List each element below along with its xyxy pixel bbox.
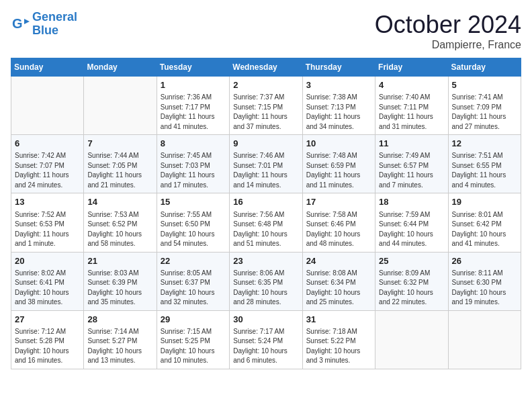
day-info: Sunrise: 7:15 AM Sunset: 5:25 PM Dayligh… bbox=[161, 327, 226, 366]
calendar-cell: 7Sunrise: 7:44 AM Sunset: 7:05 PM Daylig… bbox=[84, 135, 157, 193]
day-number: 2 bbox=[233, 79, 298, 91]
calendar-cell: 11Sunrise: 7:49 AM Sunset: 6:57 PM Dayli… bbox=[375, 135, 448, 193]
header-friday: Friday bbox=[375, 58, 448, 77]
day-info: Sunrise: 7:44 AM Sunset: 7:05 PM Dayligh… bbox=[87, 151, 152, 190]
calendar-cell: 17Sunrise: 7:58 AM Sunset: 6:46 PM Dayli… bbox=[302, 193, 375, 252]
day-info: Sunrise: 8:05 AM Sunset: 6:37 PM Dayligh… bbox=[161, 269, 226, 308]
day-info: Sunrise: 8:06 AM Sunset: 6:35 PM Dayligh… bbox=[233, 269, 298, 308]
header-wednesday: Wednesday bbox=[230, 58, 302, 77]
calendar-cell: 21Sunrise: 8:03 AM Sunset: 6:39 PM Dayli… bbox=[84, 252, 157, 310]
calendar-cell: 25Sunrise: 8:09 AM Sunset: 6:32 PM Dayli… bbox=[375, 252, 448, 310]
day-number: 7 bbox=[87, 138, 152, 150]
calendar-cell: 9Sunrise: 7:46 AM Sunset: 7:01 PM Daylig… bbox=[230, 135, 302, 193]
day-number: 30 bbox=[233, 314, 298, 326]
calendar-cell: 16Sunrise: 7:56 AM Sunset: 6:48 PM Dayli… bbox=[230, 193, 302, 252]
day-info: Sunrise: 8:08 AM Sunset: 6:34 PM Dayligh… bbox=[306, 269, 371, 308]
calendar-cell: 1Sunrise: 7:36 AM Sunset: 7:17 PM Daylig… bbox=[157, 77, 229, 135]
day-info: Sunrise: 8:11 AM Sunset: 6:30 PM Dayligh… bbox=[452, 269, 517, 308]
day-info: Sunrise: 7:38 AM Sunset: 7:13 PM Dayligh… bbox=[306, 93, 371, 132]
calendar-cell: 10Sunrise: 7:48 AM Sunset: 6:59 PM Dayli… bbox=[302, 135, 375, 193]
day-info: Sunrise: 7:18 AM Sunset: 5:22 PM Dayligh… bbox=[306, 327, 371, 366]
day-number: 31 bbox=[306, 314, 371, 326]
day-number: 25 bbox=[379, 255, 444, 267]
day-info: Sunrise: 7:48 AM Sunset: 6:59 PM Dayligh… bbox=[306, 151, 371, 190]
header-thursday: Thursday bbox=[302, 58, 375, 77]
day-info: Sunrise: 7:58 AM Sunset: 6:46 PM Dayligh… bbox=[306, 210, 371, 249]
calendar-cell: 14Sunrise: 7:53 AM Sunset: 6:52 PM Dayli… bbox=[84, 193, 157, 252]
day-number: 5 bbox=[452, 79, 517, 91]
day-info: Sunrise: 8:02 AM Sunset: 6:41 PM Dayligh… bbox=[15, 269, 80, 308]
day-number: 1 bbox=[161, 79, 226, 91]
header-sunday: Sunday bbox=[11, 58, 84, 77]
day-info: Sunrise: 7:12 AM Sunset: 5:28 PM Dayligh… bbox=[15, 327, 80, 366]
logo-line2: Blue bbox=[32, 24, 58, 37]
calendar-week-row: 13Sunrise: 7:52 AM Sunset: 6:53 PM Dayli… bbox=[11, 193, 521, 252]
calendar-cell: 8Sunrise: 7:45 AM Sunset: 7:03 PM Daylig… bbox=[157, 135, 229, 193]
svg-text:G: G bbox=[12, 16, 23, 31]
calendar-week-row: 20Sunrise: 8:02 AM Sunset: 6:41 PM Dayli… bbox=[11, 252, 521, 310]
day-info: Sunrise: 7:56 AM Sunset: 6:48 PM Dayligh… bbox=[233, 210, 298, 249]
svg-marker-2 bbox=[24, 19, 30, 24]
calendar-cell: 24Sunrise: 8:08 AM Sunset: 6:34 PM Dayli… bbox=[302, 252, 375, 310]
day-number: 11 bbox=[379, 138, 444, 150]
calendar-cell: 27Sunrise: 7:12 AM Sunset: 5:28 PM Dayli… bbox=[11, 310, 84, 369]
header-tuesday: Tuesday bbox=[157, 58, 229, 77]
day-info: Sunrise: 7:55 AM Sunset: 6:50 PM Dayligh… bbox=[161, 210, 226, 249]
calendar-week-row: 27Sunrise: 7:12 AM Sunset: 5:28 PM Dayli… bbox=[11, 310, 521, 369]
day-info: Sunrise: 7:46 AM Sunset: 7:01 PM Dayligh… bbox=[233, 151, 298, 190]
day-number: 3 bbox=[306, 79, 371, 91]
header-saturday: Saturday bbox=[448, 58, 521, 77]
day-info: Sunrise: 7:17 AM Sunset: 5:24 PM Dayligh… bbox=[233, 327, 298, 366]
calendar-cell: 18Sunrise: 7:59 AM Sunset: 6:44 PM Dayli… bbox=[375, 193, 448, 252]
calendar-header-row: SundayMondayTuesdayWednesdayThursdayFrid… bbox=[11, 58, 521, 77]
day-number: 16 bbox=[233, 196, 298, 208]
calendar-cell bbox=[84, 77, 157, 135]
day-number: 29 bbox=[161, 314, 226, 326]
day-number: 20 bbox=[15, 255, 80, 267]
day-info: Sunrise: 7:41 AM Sunset: 7:09 PM Dayligh… bbox=[452, 93, 517, 132]
day-number: 21 bbox=[87, 255, 152, 267]
calendar-table: SundayMondayTuesdayWednesdayThursdayFrid… bbox=[11, 58, 521, 369]
calendar-cell: 31Sunrise: 7:18 AM Sunset: 5:22 PM Dayli… bbox=[302, 310, 375, 369]
day-number: 23 bbox=[233, 255, 298, 267]
day-number: 9 bbox=[233, 138, 298, 150]
calendar-week-row: 1Sunrise: 7:36 AM Sunset: 7:17 PM Daylig… bbox=[11, 77, 521, 135]
day-info: Sunrise: 8:01 AM Sunset: 6:42 PM Dayligh… bbox=[452, 210, 517, 249]
logo-text: General Blue bbox=[32, 11, 77, 38]
day-number: 22 bbox=[161, 255, 226, 267]
day-info: Sunrise: 7:42 AM Sunset: 7:07 PM Dayligh… bbox=[15, 151, 80, 190]
location-subtitle: Dampierre, France bbox=[375, 39, 521, 51]
calendar-cell: 28Sunrise: 7:14 AM Sunset: 5:27 PM Dayli… bbox=[84, 310, 157, 369]
calendar-cell: 3Sunrise: 7:38 AM Sunset: 7:13 PM Daylig… bbox=[302, 77, 375, 135]
day-info: Sunrise: 7:53 AM Sunset: 6:52 PM Dayligh… bbox=[87, 210, 152, 249]
calendar-week-row: 6Sunrise: 7:42 AM Sunset: 7:07 PM Daylig… bbox=[11, 135, 521, 193]
day-info: Sunrise: 7:37 AM Sunset: 7:15 PM Dayligh… bbox=[233, 93, 298, 132]
calendar-cell bbox=[11, 77, 84, 135]
logo-line1: General bbox=[32, 10, 77, 24]
calendar-cell: 26Sunrise: 8:11 AM Sunset: 6:30 PM Dayli… bbox=[448, 252, 521, 310]
calendar-cell bbox=[448, 310, 521, 369]
day-info: Sunrise: 7:49 AM Sunset: 6:57 PM Dayligh… bbox=[379, 151, 444, 190]
calendar-cell: 2Sunrise: 7:37 AM Sunset: 7:15 PM Daylig… bbox=[230, 77, 302, 135]
calendar-cell: 30Sunrise: 7:17 AM Sunset: 5:24 PM Dayli… bbox=[230, 310, 302, 369]
day-number: 27 bbox=[15, 314, 80, 326]
calendar-cell bbox=[375, 310, 448, 369]
logo: G General Blue bbox=[11, 11, 77, 38]
calendar-cell: 5Sunrise: 7:41 AM Sunset: 7:09 PM Daylig… bbox=[448, 77, 521, 135]
logo-icon: G bbox=[11, 15, 30, 34]
calendar-cell: 4Sunrise: 7:40 AM Sunset: 7:11 PM Daylig… bbox=[375, 77, 448, 135]
day-number: 4 bbox=[379, 79, 444, 91]
calendar-cell: 15Sunrise: 7:55 AM Sunset: 6:50 PM Dayli… bbox=[157, 193, 229, 252]
day-info: Sunrise: 7:14 AM Sunset: 5:27 PM Dayligh… bbox=[87, 327, 152, 366]
calendar-cell: 13Sunrise: 7:52 AM Sunset: 6:53 PM Dayli… bbox=[11, 193, 84, 252]
calendar-cell: 22Sunrise: 8:05 AM Sunset: 6:37 PM Dayli… bbox=[157, 252, 229, 310]
day-info: Sunrise: 7:36 AM Sunset: 7:17 PM Dayligh… bbox=[161, 93, 226, 132]
calendar-cell: 20Sunrise: 8:02 AM Sunset: 6:41 PM Dayli… bbox=[11, 252, 84, 310]
day-info: Sunrise: 8:03 AM Sunset: 6:39 PM Dayligh… bbox=[87, 269, 152, 308]
day-number: 15 bbox=[161, 196, 226, 208]
day-info: Sunrise: 7:40 AM Sunset: 7:11 PM Dayligh… bbox=[379, 93, 444, 132]
day-info: Sunrise: 7:51 AM Sunset: 6:55 PM Dayligh… bbox=[452, 151, 517, 190]
day-number: 24 bbox=[306, 255, 371, 267]
day-number: 6 bbox=[15, 138, 80, 150]
day-number: 26 bbox=[452, 255, 517, 267]
